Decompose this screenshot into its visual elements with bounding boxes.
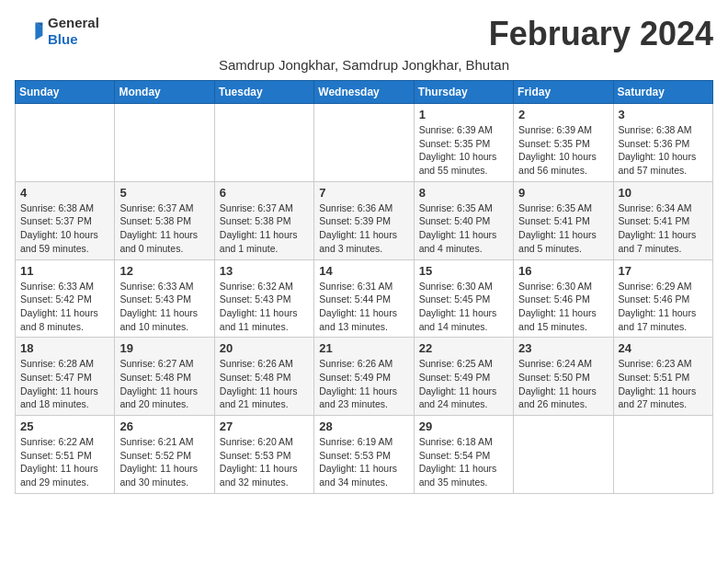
calendar-cell: 25Sunrise: 6:22 AMSunset: 5:51 PMDayligh… [16,416,115,494]
calendar-cell: 28Sunrise: 6:19 AMSunset: 5:53 PMDayligh… [314,416,414,494]
calendar-cell: 11Sunrise: 6:33 AMSunset: 5:42 PMDayligh… [16,259,115,338]
subtitle: Samdrup Jongkhar, Samdrup Jongkhar, Bhut… [15,57,713,73]
day-info: Sunrise: 6:32 AMSunset: 5:43 PMDaylight:… [220,280,309,334]
day-number: 16 [518,264,608,278]
day-number: 10 [619,186,708,200]
calendar-cell: 24Sunrise: 6:23 AMSunset: 5:51 PMDayligh… [613,338,712,416]
day-number: 4 [20,186,109,200]
day-header-thursday: Thursday [414,81,513,104]
day-header-saturday: Saturday [613,81,712,104]
calendar-cell: 23Sunrise: 6:24 AMSunset: 5:50 PMDayligh… [514,338,613,416]
day-header-wednesday: Wednesday [314,81,414,104]
day-info: Sunrise: 6:18 AMSunset: 5:54 PMDaylight:… [419,435,508,489]
day-info: Sunrise: 6:24 AMSunset: 5:50 PMDaylight:… [518,357,608,411]
day-info: Sunrise: 6:26 AMSunset: 5:49 PMDaylight:… [319,357,408,411]
day-info: Sunrise: 6:22 AMSunset: 5:51 PMDaylight:… [20,435,109,489]
day-number: 11 [20,264,109,278]
calendar-cell: 29Sunrise: 6:18 AMSunset: 5:54 PMDayligh… [414,416,513,494]
day-number: 18 [20,341,109,355]
day-number: 14 [319,264,408,278]
calendar-cell: 21Sunrise: 6:26 AMSunset: 5:49 PMDayligh… [314,338,414,416]
day-number: 27 [220,419,309,433]
day-info: Sunrise: 6:36 AMSunset: 5:39 PMDaylight:… [319,201,408,256]
calendar-cell: 5Sunrise: 6:37 AMSunset: 5:38 PMDaylight… [115,181,214,259]
calendar-cell: 1Sunrise: 6:39 AMSunset: 5:35 PMDaylight… [414,104,513,182]
day-info: Sunrise: 6:38 AMSunset: 5:36 PMDaylight:… [619,123,708,178]
day-info: Sunrise: 6:34 AMSunset: 5:41 PMDaylight:… [619,201,708,256]
day-number: 6 [220,186,309,200]
day-info: Sunrise: 6:39 AMSunset: 5:35 PMDaylight:… [518,123,608,178]
day-info: Sunrise: 6:39 AMSunset: 5:35 PMDaylight:… [419,123,508,178]
calendar-cell: 9Sunrise: 6:35 AMSunset: 5:41 PMDaylight… [514,181,613,259]
day-info: Sunrise: 6:35 AMSunset: 5:41 PMDaylight:… [518,201,608,256]
calendar-cell: 22Sunrise: 6:25 AMSunset: 5:49 PMDayligh… [414,338,513,416]
day-number: 17 [619,264,708,278]
day-info: Sunrise: 6:23 AMSunset: 5:51 PMDaylight:… [619,357,708,411]
calendar-cell: 27Sunrise: 6:20 AMSunset: 5:53 PMDayligh… [214,416,313,494]
day-info: Sunrise: 6:20 AMSunset: 5:53 PMDaylight:… [220,435,309,489]
day-number: 29 [419,419,508,433]
day-header-sunday: Sunday [16,81,115,104]
calendar-cell: 10Sunrise: 6:34 AMSunset: 5:41 PMDayligh… [613,181,712,259]
day-number: 9 [518,186,608,200]
day-info: Sunrise: 6:26 AMSunset: 5:48 PMDaylight:… [220,357,309,411]
week-row-3: 11Sunrise: 6:33 AMSunset: 5:42 PMDayligh… [16,259,713,338]
day-info: Sunrise: 6:37 AMSunset: 5:38 PMDaylight:… [119,201,209,256]
calendar-cell [613,416,712,494]
calendar-cell [314,104,414,182]
calendar-cell: 14Sunrise: 6:31 AMSunset: 5:44 PMDayligh… [314,259,414,338]
day-number: 21 [319,341,408,355]
day-number: 22 [419,341,508,355]
day-number: 13 [220,264,309,278]
calendar-cell: 6Sunrise: 6:37 AMSunset: 5:38 PMDaylight… [214,181,313,259]
day-info: Sunrise: 6:29 AMSunset: 5:46 PMDaylight:… [619,280,708,334]
day-number: 2 [518,108,608,121]
day-info: Sunrise: 6:33 AMSunset: 5:42 PMDaylight:… [20,280,109,334]
calendar-cell: 17Sunrise: 6:29 AMSunset: 5:46 PMDayligh… [613,259,712,338]
day-info: Sunrise: 6:25 AMSunset: 5:49 PMDaylight:… [419,357,508,411]
day-number: 7 [319,186,408,200]
week-row-5: 25Sunrise: 6:22 AMSunset: 5:51 PMDayligh… [16,416,713,494]
day-info: Sunrise: 6:28 AMSunset: 5:47 PMDaylight:… [20,357,109,411]
day-number: 25 [20,419,109,433]
day-number: 24 [619,341,708,355]
header: General Blue February 2024 [15,15,713,53]
calendar-cell: 26Sunrise: 6:21 AMSunset: 5:52 PMDayligh… [115,416,214,494]
day-info: Sunrise: 6:30 AMSunset: 5:45 PMDaylight:… [419,280,508,334]
calendar-cell: 4Sunrise: 6:38 AMSunset: 5:37 PMDaylight… [16,181,115,259]
calendar-cell: 18Sunrise: 6:28 AMSunset: 5:47 PMDayligh… [16,338,115,416]
day-number: 20 [220,341,309,355]
day-info: Sunrise: 6:31 AMSunset: 5:44 PMDaylight:… [319,280,408,334]
calendar-cell: 2Sunrise: 6:39 AMSunset: 5:35 PMDaylight… [514,104,613,182]
calendar-cell: 20Sunrise: 6:26 AMSunset: 5:48 PMDayligh… [214,338,313,416]
day-number: 3 [619,108,708,121]
day-info: Sunrise: 6:30 AMSunset: 5:46 PMDaylight:… [518,280,608,334]
day-info: Sunrise: 6:19 AMSunset: 5:53 PMDaylight:… [319,435,408,489]
day-info: Sunrise: 6:21 AMSunset: 5:52 PMDaylight:… [119,435,209,489]
day-number: 26 [119,419,209,433]
calendar-cell: 7Sunrise: 6:36 AMSunset: 5:39 PMDaylight… [314,181,414,259]
day-number: 28 [319,419,408,433]
calendar-cell [214,104,313,182]
calendar-cell: 19Sunrise: 6:27 AMSunset: 5:48 PMDayligh… [115,338,214,416]
day-number: 5 [119,186,209,200]
day-info: Sunrise: 6:33 AMSunset: 5:43 PMDaylight:… [119,280,209,334]
day-number: 8 [419,186,508,200]
day-header-friday: Friday [514,81,613,104]
calendar-cell [115,104,214,182]
days-header-row: SundayMondayTuesdayWednesdayThursdayFrid… [16,81,713,104]
week-row-4: 18Sunrise: 6:28 AMSunset: 5:47 PMDayligh… [16,338,713,416]
day-header-tuesday: Tuesday [214,81,313,104]
calendar-cell: 12Sunrise: 6:33 AMSunset: 5:43 PMDayligh… [115,259,214,338]
day-number: 12 [119,264,209,278]
logo: General Blue [15,15,99,48]
day-info: Sunrise: 6:38 AMSunset: 5:37 PMDaylight:… [20,201,109,256]
week-row-1: 1Sunrise: 6:39 AMSunset: 5:35 PMDaylight… [16,104,713,182]
calendar-cell: 16Sunrise: 6:30 AMSunset: 5:46 PMDayligh… [514,259,613,338]
calendar-cell: 8Sunrise: 6:35 AMSunset: 5:40 PMDaylight… [414,181,513,259]
page-container: General Blue February 2024 Samdrup Jongk… [15,15,713,494]
general-blue-logo-icon [15,17,44,46]
logo-text: General Blue [48,15,99,48]
day-info: Sunrise: 6:37 AMSunset: 5:38 PMDaylight:… [220,201,309,256]
day-info: Sunrise: 6:27 AMSunset: 5:48 PMDaylight:… [119,357,209,411]
